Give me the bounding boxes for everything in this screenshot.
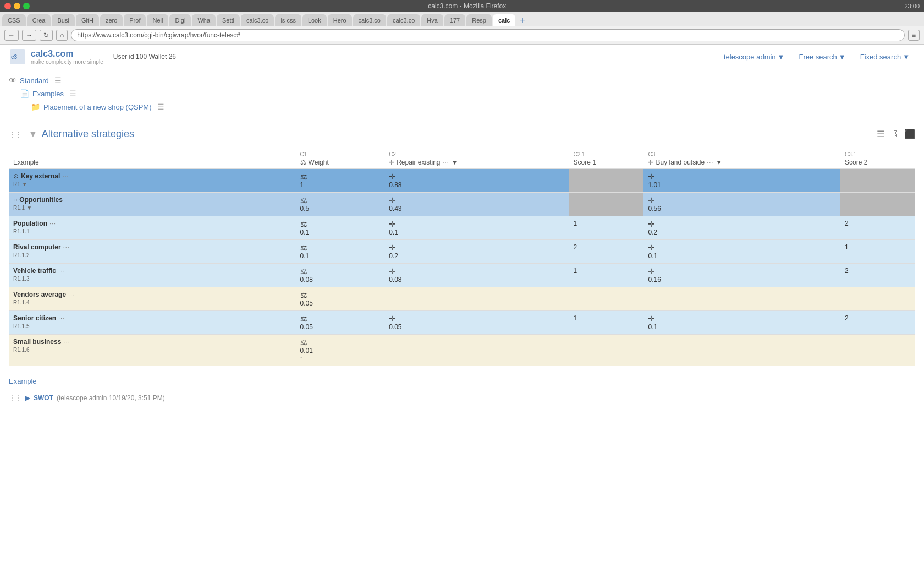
buy-move-icon-2: ✛ (648, 220, 654, 228)
logo-text: calc3.com make complexity more simple (31, 49, 103, 65)
opportunities-cell: ○ Opportunities R1.1 ▼ (9, 193, 296, 216)
key-external-score1-cell (569, 169, 644, 193)
key-external-chevron[interactable]: ▼ (22, 181, 28, 187)
telescope-admin-nav[interactable]: telescope admin ▼ (718, 51, 790, 63)
tab-digi[interactable]: Digi (169, 14, 191, 26)
tab-gith[interactable]: GitH (76, 14, 99, 26)
opportunities-repair-cell: ✛ 0.43 (384, 193, 569, 216)
small-business-cell: Small business ··· R1.1.6 (9, 335, 296, 366)
buy-dots: ··· (707, 159, 713, 166)
repair-move-icon-1: ✛ (389, 196, 395, 205)
tab-busi[interactable]: Busi (52, 14, 74, 26)
buy-expand-icon[interactable]: ▼ (716, 159, 722, 166)
table-row: ⊙ Key external ··· R1 ▼ ⚖ 1 (9, 169, 915, 193)
tab-crea[interactable]: Crea (27, 14, 51, 26)
repair-move-icon-6: ✛ (389, 314, 395, 323)
weight-move-icon-3: ⚖ (300, 243, 307, 252)
reload-button[interactable]: ↻ (40, 30, 53, 41)
tab-look[interactable]: Look (302, 14, 327, 26)
opportunities-chevron[interactable]: ▼ (26, 205, 32, 211)
data-table: Example C1 ⚖ Weight C2 ✛ Repair exist (9, 149, 915, 366)
weight-move-icon-1: ⚖ (300, 196, 307, 205)
repair-move-icon-3: ✛ (389, 243, 395, 252)
print-icon[interactable]: 🖨 (890, 129, 899, 139)
drag-handle-2: ⋮⋮ (9, 394, 22, 402)
tab-resp[interactable]: Resp (466, 14, 492, 26)
footer-area: Example ⋮⋮ ▶ SWOT (telescope admin 10/19… (9, 366, 915, 406)
browser-chrome: calc3.com - Mozilla Firefox 23:00 CSS Cr… (0, 0, 924, 45)
url-bar[interactable]: https://www.calc3.com/cgi-bin/cgiwrap/hv… (71, 29, 905, 41)
tab-calc2[interactable]: calc3.co (353, 14, 386, 26)
repair-dots: ··· (443, 159, 449, 166)
tab-calc-active[interactable]: calc (493, 14, 515, 26)
vendors-score1-cell (569, 287, 644, 311)
opportunities-buy-cell: ✛ 0.56 (644, 193, 840, 216)
tab-calc3[interactable]: calc3.co (387, 14, 420, 26)
rival-score1-cell: 2 (569, 240, 644, 264)
table-row: Senior citizen ··· R1.1.5 ⚖ 0.05 ✛ 0.05 (9, 311, 915, 335)
weight-move-icon-4: ⚖ (300, 267, 307, 276)
tab-prof[interactable]: Prof (124, 14, 146, 26)
tab-css[interactable]: CSS (2, 14, 26, 26)
tab-neil[interactable]: Neil (147, 14, 168, 26)
svg-text:c3: c3 (11, 54, 18, 60)
collapse-button[interactable]: ▼ (29, 129, 37, 139)
window-icon[interactable]: ⬛ (904, 129, 915, 139)
chevron-down-icon-2: ▼ (839, 53, 846, 61)
tab-hva[interactable]: Hva (421, 14, 443, 26)
sidebar-item-examples[interactable]: 📄 Examples ☰ (9, 87, 915, 100)
col-buy-header: C3 ✛ Buy land outside ··· ▼ (644, 149, 840, 169)
vehicle-score1-cell: 1 (569, 264, 644, 287)
senior-score1-cell: 1 (569, 311, 644, 335)
back-button[interactable]: ← (4, 30, 19, 41)
minimize-button[interactable] (14, 3, 20, 9)
tab-177[interactable]: 177 (444, 14, 465, 26)
close-button[interactable] (4, 3, 11, 9)
star-indicator: * (300, 355, 302, 362)
vehicle-score2-cell: 2 (840, 264, 915, 287)
hamburger-icon-examples[interactable]: ☰ (69, 89, 76, 98)
main-content: ⋮⋮ ▼ Alternative strategies ☰ 🖨 ⬛ Exampl… (0, 118, 924, 411)
drag-handle: ⋮⋮ (9, 130, 22, 138)
tab-css2[interactable]: is css (275, 14, 301, 26)
vehicle-repair-cell: ✛ 0.08 (384, 264, 569, 287)
user-info: User id 100 Wallet 26 (113, 53, 176, 61)
tab-zero[interactable]: zero (100, 14, 123, 26)
eye-icon: 👁 (9, 76, 16, 85)
table-row: Vehicle traffic ··· R1.1.3 ⚖ 0.08 ✛ 0.08 (9, 264, 915, 287)
tab-wha[interactable]: Wha (192, 14, 216, 26)
hamburger-icon-placement[interactable]: ☰ (157, 102, 164, 111)
home-button[interactable]: ⌂ (56, 30, 68, 41)
repair-expand-icon[interactable]: ▼ (452, 159, 458, 166)
hamburger-icon-standard[interactable]: ☰ (54, 76, 62, 85)
hamburger-section-icon[interactable]: ☰ (877, 129, 884, 139)
forward-button[interactable]: → (22, 30, 36, 41)
swot-expand-icon[interactable]: ▶ (25, 394, 30, 402)
table-row: Rival computer ··· R1.1.2 ⚖ 0.1 ✛ 0.2 (9, 240, 915, 264)
sidebar-item-standard[interactable]: 👁 Standard ☰ (9, 74, 915, 87)
new-tab-button[interactable]: + (516, 14, 528, 26)
sidebar-item-placement[interactable]: 📁 Placement of a new shop (QSPM) ☰ (9, 100, 915, 113)
col-score2-header: C3.1 Score 2 (840, 149, 915, 169)
example-link[interactable]: Example (9, 373, 915, 390)
small-score2-cell (840, 335, 915, 366)
weight-move-icon-6: ⚖ (300, 314, 307, 323)
maximize-button[interactable] (23, 3, 30, 9)
tab-setti[interactable]: Setti (217, 14, 240, 26)
opportunities-score1-cell (569, 193, 644, 216)
swot-label[interactable]: SWOT (34, 394, 53, 402)
buy-move-icon-6: ✛ (648, 314, 654, 323)
doc-icon: 📄 (20, 89, 29, 98)
small-weight-cell: ⚖ 0.01 * (296, 335, 385, 366)
menu-button[interactable]: ≡ (908, 30, 920, 41)
folder-icon: 📁 (31, 102, 40, 111)
vendors-weight-cell: ⚖ 0.05 (296, 287, 385, 311)
tab-calc1[interactable]: calc3.co (241, 14, 274, 26)
repair-move-icon: ✛ (389, 159, 394, 166)
tab-hero[interactable]: Hero (328, 14, 352, 26)
free-search-nav[interactable]: Free search ▼ (793, 51, 851, 63)
col-score1-header: C2.1 Score 1 (569, 149, 644, 169)
logo-area: c3 calc3.com make complexity more simple… (9, 48, 176, 66)
fixed-search-nav[interactable]: Fixed search ▼ (855, 51, 915, 63)
app-header: c3 calc3.com make complexity more simple… (0, 45, 924, 69)
